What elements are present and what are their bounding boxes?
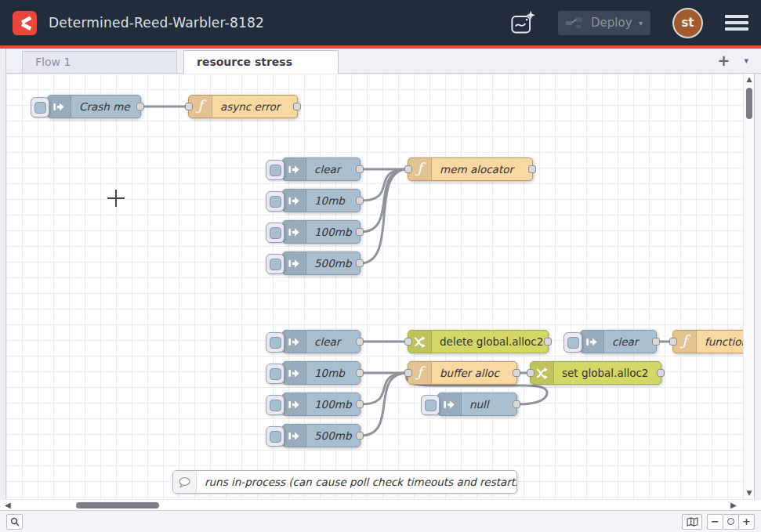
zoom-out-button[interactable]: −	[707, 514, 723, 530]
flow-list-dropdown-icon[interactable]: ▾	[744, 56, 748, 66]
output-port[interactable]	[528, 165, 536, 173]
inject-trigger-square	[270, 227, 281, 239]
vertical-scrollbar[interactable]: ▲ ▼	[743, 74, 754, 499]
function-async-error[interactable]: ƒasync error	[188, 95, 298, 118]
comment-icon	[173, 471, 197, 493]
inject-500mb-1[interactable]: 500mb	[282, 252, 361, 275]
input-port[interactable]	[404, 369, 412, 377]
inject-icon	[283, 252, 306, 274]
zoom-reset-button[interactable]	[723, 514, 739, 530]
search-flows-button[interactable]	[6, 514, 23, 530]
inject-clear-1[interactable]: clear	[282, 157, 361, 181]
inject-icon	[283, 331, 306, 353]
output-port[interactable]	[657, 369, 665, 377]
inject-icon	[283, 425, 306, 447]
inject-500mb-2[interactable]: 500mb	[282, 424, 361, 447]
node-red-editor: Determined-Reed-Warbler-8182 Deploy ▾ st	[0, 0, 761, 532]
deploy-label: Deploy	[591, 16, 632, 30]
inject-trigger-button[interactable]	[266, 332, 284, 353]
scroll-left-icon[interactable]: ◀	[5, 501, 11, 509]
ai-assistant-icon[interactable]	[509, 9, 536, 36]
output-port[interactable]	[136, 103, 144, 110]
inject-10mb-2[interactable]: 10mb	[282, 361, 361, 385]
tab-resource-stress[interactable]: resource stress	[183, 50, 339, 74]
comment-runs-in-process[interactable]: runs in-process (can cause poll check ti…	[172, 470, 517, 494]
output-port[interactable]	[513, 400, 520, 408]
output-port[interactable]	[356, 432, 364, 440]
output-port[interactable]	[544, 338, 552, 346]
horizontal-scrollbar[interactable]: ◀ ▶	[0, 499, 761, 510]
deploy-dropdown-arrow[interactable]: ▾	[639, 19, 643, 27]
flow-canvas[interactable]: Crash meƒasync errorclear10mb100mb500mbƒ…	[6, 74, 743, 499]
output-port[interactable]	[356, 259, 364, 267]
output-port[interactable]	[356, 369, 364, 377]
node-label: clear	[306, 158, 347, 180]
output-port[interactable]	[652, 338, 660, 346]
inject-crash-me[interactable]: Crash me	[47, 95, 141, 118]
inject-null[interactable]: null	[437, 393, 517, 416]
node-label: async error	[212, 96, 287, 118]
inject-clear-2[interactable]: clear	[282, 330, 361, 353]
inject-trigger-button[interactable]	[266, 191, 284, 212]
inject-10mb-1[interactable]: 10mb	[282, 189, 361, 212]
inject-icon	[283, 158, 306, 180]
output-port[interactable]	[513, 369, 520, 377]
input-port[interactable]	[404, 338, 412, 346]
inject-trigger-button[interactable]	[266, 160, 284, 180]
inject-trigger-button[interactable]	[266, 254, 284, 274]
function-mem-alocator[interactable]: ƒmem alocator	[408, 157, 533, 181]
editor-footer: − +	[0, 510, 761, 532]
function-function[interactable]: ƒfunction	[672, 330, 743, 353]
inject-trigger-button[interactable]	[31, 97, 49, 118]
collapsed-palette[interactable]	[0, 74, 6, 499]
input-port[interactable]	[185, 103, 193, 110]
inject-trigger-button[interactable]	[266, 223, 284, 243]
sidebar-splitter[interactable]	[754, 74, 761, 499]
output-port[interactable]	[356, 400, 364, 408]
main-menu-icon[interactable]	[725, 15, 748, 31]
add-flow-button[interactable]: +	[718, 53, 730, 68]
node-label: 10mb	[306, 190, 352, 212]
input-port[interactable]	[669, 338, 677, 346]
flow-tabbar: Flow 1 resource stress + ▾	[0, 49, 761, 74]
output-port[interactable]	[293, 103, 301, 110]
wires-layer	[6, 74, 743, 499]
node-label: 500mb	[306, 252, 359, 274]
inject-100mb-2[interactable]: 100mb	[282, 393, 361, 416]
zoom-reset-icon	[727, 518, 734, 525]
output-port[interactable]	[356, 165, 364, 173]
flowfuse-logo-icon[interactable]	[13, 11, 37, 35]
inject-icon	[48, 96, 71, 118]
inject-trigger-square	[270, 431, 281, 443]
input-port[interactable]	[527, 369, 535, 377]
output-port[interactable]	[356, 228, 364, 236]
output-port[interactable]	[356, 338, 364, 346]
inject-100mb-1[interactable]: 100mb	[282, 220, 361, 244]
inject-trigger-button[interactable]	[266, 426, 284, 447]
change-delete-global-alloc2[interactable]: delete global.alloc2	[408, 330, 549, 353]
vertical-scrollbar-thumb[interactable]	[746, 88, 752, 119]
node-label: 500mb	[306, 425, 359, 447]
inject-trigger-button[interactable]	[266, 364, 284, 384]
input-port[interactable]	[404, 165, 412, 173]
deploy-button[interactable]: Deploy ▾	[558, 11, 650, 35]
inject-trigger-square	[270, 196, 281, 208]
inject-trigger-button[interactable]	[266, 395, 284, 415]
inject-trigger-square	[34, 102, 46, 114]
inject-trigger-button[interactable]	[564, 332, 582, 353]
inject-clear-3[interactable]: clear	[580, 330, 657, 353]
change-set-global-alloc2[interactable]: set global.alloc2	[530, 361, 661, 385]
node-label: clear	[306, 331, 347, 353]
function-buffer-alloc[interactable]: ƒbuffer alloc	[408, 361, 517, 385]
tab-flow-1[interactable]: Flow 1	[22, 51, 177, 73]
user-avatar[interactable]: st	[672, 8, 703, 38]
scroll-right-icon[interactable]: ▶	[730, 501, 737, 509]
zoom-in-button[interactable]: +	[738, 514, 755, 530]
inject-trigger-button[interactable]	[421, 395, 440, 415]
navigator-toggle-button[interactable]	[682, 514, 702, 530]
node-label: Crash me	[71, 96, 137, 118]
output-port[interactable]	[356, 197, 364, 204]
scroll-down-icon[interactable]: ▼	[744, 489, 755, 497]
scroll-up-icon[interactable]: ▲	[744, 75, 755, 83]
horizontal-scrollbar-thumb[interactable]	[76, 502, 159, 508]
